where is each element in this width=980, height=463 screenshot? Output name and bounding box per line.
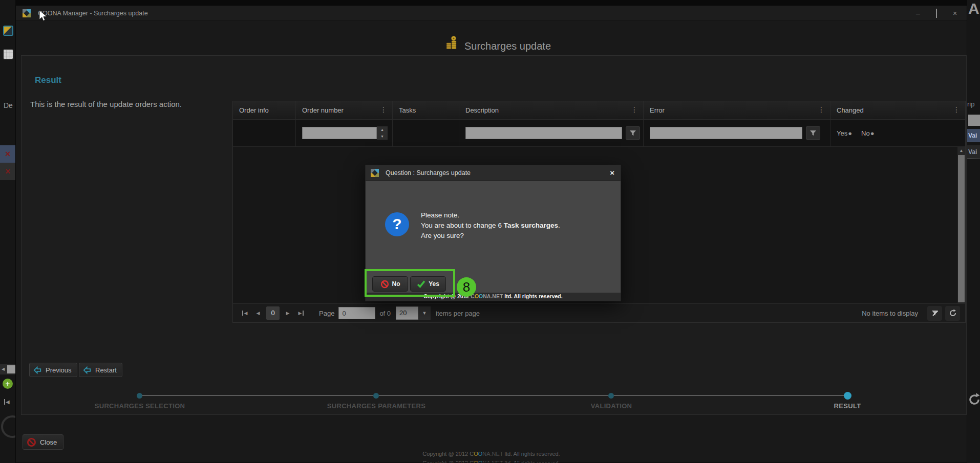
background-row-fragment: Vai bbox=[967, 129, 980, 142]
wizard-step-dot-surcharges-parameters bbox=[373, 393, 379, 399]
error-filter-input[interactable] bbox=[650, 127, 802, 139]
copyright-line: Copyright @ 2012 COONA.NET ltd. All righ… bbox=[16, 451, 967, 457]
spreadsheet-icon bbox=[3, 49, 13, 59]
wizard-progress: SURCHARGES SELECTION SURCHARGES PARAMETE… bbox=[22, 391, 967, 415]
pager-current-page[interactable]: 0 bbox=[266, 306, 280, 320]
column-header-order-number[interactable]: Order number ⋮ bbox=[296, 101, 393, 119]
spinner-down-icon[interactable]: ▼ bbox=[377, 133, 388, 140]
edit-icon bbox=[3, 26, 13, 36]
window-titlebar[interactable]: COONA Manager - Surcharges update – × bbox=[16, 6, 967, 21]
scrollbar-thumb[interactable] bbox=[7, 365, 15, 373]
background-header-fragment: rip bbox=[967, 100, 974, 108]
pager-last-button[interactable]: ▶ bbox=[294, 311, 308, 316]
pager-first-icon[interactable]: ◀ bbox=[4, 399, 10, 405]
page-number-input[interactable] bbox=[338, 307, 375, 319]
horizontal-scrollbar[interactable]: ◀ bbox=[0, 364, 15, 374]
grid-header-row: Order info Order number ⋮ Tasks Descript… bbox=[233, 101, 965, 120]
dialog-close-button[interactable]: × bbox=[610, 168, 614, 177]
pager-next-button[interactable]: ▶ bbox=[281, 311, 294, 316]
wizard-step-label: RESULT bbox=[771, 402, 924, 410]
radio-icon[interactable]: ● bbox=[870, 129, 875, 137]
wizard-step-label: SURCHARGES PARAMETERS bbox=[300, 402, 453, 410]
prohibition-icon bbox=[27, 437, 36, 447]
background-label-fragment: De bbox=[4, 101, 13, 109]
description-filter-input[interactable] bbox=[465, 127, 622, 139]
column-menu-icon[interactable]: ⋮ bbox=[631, 105, 638, 114]
column-header-changed[interactable]: Changed ⋮ bbox=[830, 101, 965, 119]
changed-yes-radio[interactable]: Yes● bbox=[837, 129, 852, 137]
background-letter-fragment: A bbox=[968, 0, 979, 17]
page-of-label: of 0 bbox=[379, 310, 391, 317]
background-row-fragment: Vai bbox=[967, 145, 980, 159]
refresh-icon bbox=[949, 309, 957, 317]
previous-button[interactable]: Previous bbox=[29, 363, 77, 377]
screen: { "window": { "title": "COONA Manager - … bbox=[0, 0, 980, 463]
column-header-tasks[interactable]: Tasks bbox=[393, 101, 459, 119]
description-filter-button[interactable] bbox=[626, 126, 640, 140]
scrollbar-thumb[interactable] bbox=[958, 155, 965, 302]
app-window: COONA Manager - Surcharges update – × Su… bbox=[15, 5, 967, 463]
spinner-up-icon[interactable]: ▲ bbox=[377, 126, 388, 133]
minimize-button[interactable]: – bbox=[913, 9, 923, 17]
clear-filter-icon bbox=[931, 309, 939, 317]
pager-previous-button[interactable]: ◀ bbox=[251, 311, 265, 316]
arrow-left-icon bbox=[82, 365, 92, 375]
column-header-description[interactable]: Description ⋮ bbox=[459, 101, 644, 119]
refresh-icon bbox=[968, 393, 980, 406]
column-menu-icon[interactable]: ⋮ bbox=[953, 105, 960, 114]
wizard-step-dot-validation bbox=[608, 393, 614, 399]
filter-cell-changed: Yes● No● bbox=[830, 120, 965, 146]
close-button[interactable]: Close bbox=[23, 434, 63, 450]
column-menu-icon[interactable]: ⋮ bbox=[818, 105, 825, 114]
dialog-message: Please note. You are about to change 6 T… bbox=[421, 210, 560, 241]
result-description: This is the result of the update orders … bbox=[30, 100, 182, 108]
funnel-icon bbox=[629, 129, 636, 137]
filter-cell-tasks bbox=[393, 120, 459, 146]
column-menu-icon[interactable]: ⋮ bbox=[380, 105, 387, 114]
dialog-titlebar[interactable]: Question : Surcharges update × bbox=[366, 165, 621, 181]
annotation-badge: 8 bbox=[457, 277, 476, 297]
radio-icon[interactable]: ● bbox=[848, 129, 852, 137]
page-size-value: 20 bbox=[396, 306, 418, 320]
window-controls: – × bbox=[913, 6, 960, 21]
items-per-page-label: items per page bbox=[436, 310, 480, 317]
arrow-left-icon bbox=[33, 365, 42, 375]
filter-cell-description bbox=[459, 120, 644, 146]
page-label: Page bbox=[319, 310, 334, 317]
app-logo-icon bbox=[371, 169, 379, 177]
wizard-step-label: SURCHARGES SELECTION bbox=[63, 402, 217, 410]
filter-cell-error bbox=[644, 120, 830, 146]
clear-filters-button[interactable] bbox=[927, 306, 942, 321]
scroll-up-icon[interactable]: ▲ bbox=[957, 147, 965, 155]
annotation-highlight-rect bbox=[365, 269, 455, 297]
chevron-down-icon[interactable]: ▼ bbox=[418, 306, 431, 320]
result-heading: Result bbox=[35, 75, 61, 85]
dialog-message-line1: Please note. bbox=[421, 210, 560, 221]
changed-no-radio[interactable]: No● bbox=[861, 129, 874, 137]
grid-vertical-scrollbar[interactable]: ▲ bbox=[957, 147, 965, 303]
question-dialog: Question : Surcharges update × ? Please … bbox=[365, 165, 621, 301]
grid-pager: ◀ ◀ 0 ▶ ▶ Page of 0 20 ▼ items per page … bbox=[233, 303, 965, 322]
scroll-left-icon[interactable]: ◀ bbox=[2, 367, 5, 371]
add-icon[interactable]: + bbox=[3, 379, 13, 389]
background-circle-shape bbox=[1, 415, 15, 438]
background-filter-input-fragment bbox=[968, 115, 980, 126]
wizard-step-dot-result bbox=[844, 392, 851, 400]
background-row: × bbox=[0, 163, 15, 180]
refresh-button[interactable] bbox=[945, 306, 960, 321]
order-number-filter-input[interactable] bbox=[302, 127, 377, 139]
surcharges-coins-icon bbox=[445, 34, 459, 50]
app-logo-icon bbox=[23, 9, 31, 17]
dialog-message-line3: Are you sure? bbox=[421, 231, 560, 241]
column-header-order-info[interactable]: Order info bbox=[233, 101, 296, 119]
pager-first-button[interactable]: ◀ bbox=[238, 311, 251, 316]
wizard-step-dot-surcharges-selection bbox=[137, 393, 142, 399]
maximize-button[interactable] bbox=[932, 9, 941, 17]
column-header-error[interactable]: Error ⋮ bbox=[644, 101, 830, 119]
wizard-step-label: VALIDATION bbox=[535, 402, 688, 410]
error-filter-button[interactable] bbox=[806, 126, 820, 140]
page-size-select[interactable]: 20 ▼ bbox=[396, 306, 431, 320]
funnel-icon bbox=[809, 129, 817, 137]
close-window-button[interactable]: × bbox=[950, 9, 960, 17]
restart-button[interactable]: Restart bbox=[79, 363, 122, 377]
